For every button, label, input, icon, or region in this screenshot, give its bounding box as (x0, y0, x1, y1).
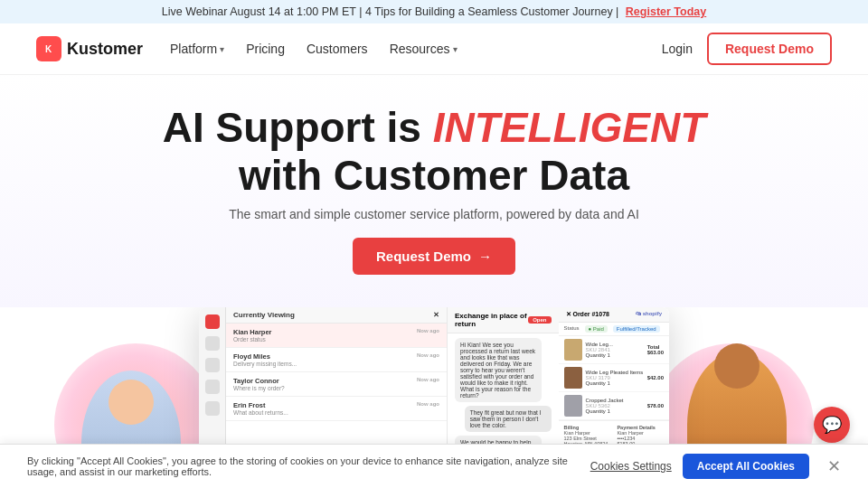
conv-name: Taylor Connor Now ago (233, 377, 439, 385)
hero-cta-button[interactable]: Request Demo → (353, 238, 515, 275)
svg-text:K: K (45, 44, 52, 54)
order-item-info: Wide Leg... SKU 2841 Quantity 1 (586, 342, 613, 358)
person-head (714, 343, 760, 389)
logo-icon: K (36, 36, 61, 61)
order-panel-header: ✕ Order #1078 🛍 shopify (559, 307, 670, 323)
item-qty: Quantity 1 (586, 408, 624, 414)
order-item-thumb (564, 367, 582, 389)
order-item-1: Wide Leg... SKU 2841 Quantity 1 Total$63… (559, 336, 670, 364)
order-item-thumb (564, 395, 582, 417)
announcement-banner: Live Webinar August 14 at 1:00 PM ET | 4… (0, 0, 868, 23)
sidebar-nav-icon (205, 358, 220, 372)
item-qty: Quantity 1 (586, 380, 644, 386)
status-label: Status (564, 325, 580, 333)
chat-status-open: Open (528, 316, 551, 324)
chat-message: Hi Kian! We see you processed a return l… (455, 338, 542, 402)
chat-message: They fit great but now that I saw them i… (465, 406, 552, 432)
sidebar-nav-icon (205, 380, 220, 394)
chat-title: Exchange in place of return (455, 312, 528, 328)
shopify-badge: 🛍 shopify (636, 311, 662, 316)
person-head (108, 380, 154, 425)
order-item-price: $42.00 (647, 375, 664, 380)
chat-header: Exchange in place of return Open (448, 307, 559, 333)
support-chat-badge[interactable]: 💬 (814, 407, 850, 443)
chevron-down-icon: ▾ (453, 44, 458, 54)
conv-item-4[interactable]: Erin Frost Now ago What about returns... (226, 397, 447, 421)
sidebar-nav-icon (205, 314, 220, 329)
logo[interactable]: K Kustomer (36, 36, 143, 61)
conv-preview: Delivery missing items... (233, 361, 439, 367)
sidebar-nav-icon (205, 401, 220, 416)
nav-item-platform[interactable]: Platform ▾ (170, 42, 224, 56)
order-item-price: Total$63.00 (647, 344, 664, 355)
sidebar-nav-icon (205, 336, 220, 351)
navbar: K Kustomer Platform ▾ Pricing Customers … (0, 23, 868, 75)
nav-links: Platform ▾ Pricing Customers Resources ▾ (170, 42, 662, 56)
order-item-2: Wide Leg Pleated Items SKU 3179 Quantity… (559, 364, 670, 392)
conv-name: Erin Frost Now ago (233, 401, 439, 409)
conv-preview: Order status (233, 336, 439, 343)
chevron-down-icon: ▾ (220, 44, 224, 54)
order-id-label: ✕ Order #1078 (566, 311, 609, 317)
order-item-info: Wide Leg Pleated Items SKU 3179 Quantity… (586, 370, 644, 386)
nav-item-pricing[interactable]: Pricing (246, 42, 285, 56)
hero-line2: with Customer Data (239, 152, 629, 199)
order-item-3: Cropped Jacket SKU 5362 Quantity 1 $78.0… (559, 392, 670, 420)
conv-name: Kian Harper Now ago (233, 328, 439, 336)
order-item-thumb (564, 339, 582, 361)
conv-preview: What about returns... (233, 409, 439, 416)
hero-section: AI Support is INTELLIGENT with Customer … (0, 75, 868, 307)
hero-cta-label: Request Demo (376, 249, 471, 264)
conv-list-header: Currently Viewing ✕ (226, 307, 447, 324)
login-button[interactable]: Login (662, 42, 693, 56)
fulfilled-badge: Fulfilled/Tracked (613, 325, 660, 333)
order-status-bar: Status ● Paid Fulfilled/Tracked (559, 323, 670, 336)
nav-actions: Login Request Demo (662, 33, 832, 65)
currently-viewing-label: Currently Viewing (233, 311, 295, 319)
close-cookie-banner-button[interactable]: ✕ (820, 456, 841, 476)
hero-subtitle: The smart and simple customer service pl… (18, 207, 850, 221)
arrow-icon: → (478, 249, 492, 264)
hero-headline: AI Support is INTELLIGENT with Customer … (18, 104, 850, 200)
item-qty: Quantity 1 (586, 352, 613, 358)
conv-item-2[interactable]: Floyd Miles Now ago Delivery missing ite… (226, 348, 447, 372)
order-item-info: Cropped Jacket SKU 5362 Quantity 1 (586, 398, 624, 414)
banner-text: Live Webinar August 14 at 1:00 PM ET | 4… (162, 5, 619, 18)
nav-item-customers[interactable]: Customers (307, 42, 368, 56)
chat-icon: 💬 (822, 415, 842, 435)
conv-item-1[interactable]: Kian Harper Now ago Order status (226, 324, 447, 348)
accept-all-cookies-button[interactable]: Accept All Cookies (683, 454, 809, 479)
request-demo-button[interactable]: Request Demo (707, 33, 832, 65)
logo-text: Kustomer (67, 40, 143, 59)
banner-link[interactable]: Register Today (626, 5, 706, 18)
conv-preview: Where is my order? (233, 385, 439, 391)
nav-item-resources[interactable]: Resources ▾ (390, 42, 458, 56)
conv-name: Floyd Miles Now ago (233, 352, 439, 361)
cookie-text: By clicking "Accept All Cookies", you ag… (27, 455, 570, 477)
hero-line1: AI Support is (163, 104, 433, 151)
cookie-actions: Cookies Settings Accept All Cookies ✕ (590, 454, 841, 479)
order-item-price: $78.00 (647, 403, 664, 408)
cookie-banner: By clicking "Accept All Cookies", you ag… (0, 444, 868, 488)
paid-badge: ● Paid (585, 325, 608, 333)
hero-highlight: INTELLIGENT (433, 104, 706, 151)
conv-item-3[interactable]: Taylor Connor Now ago Where is my order? (226, 372, 447, 397)
close-icon: ✕ (433, 311, 439, 319)
cookies-settings-button[interactable]: Cookies Settings (590, 460, 672, 473)
